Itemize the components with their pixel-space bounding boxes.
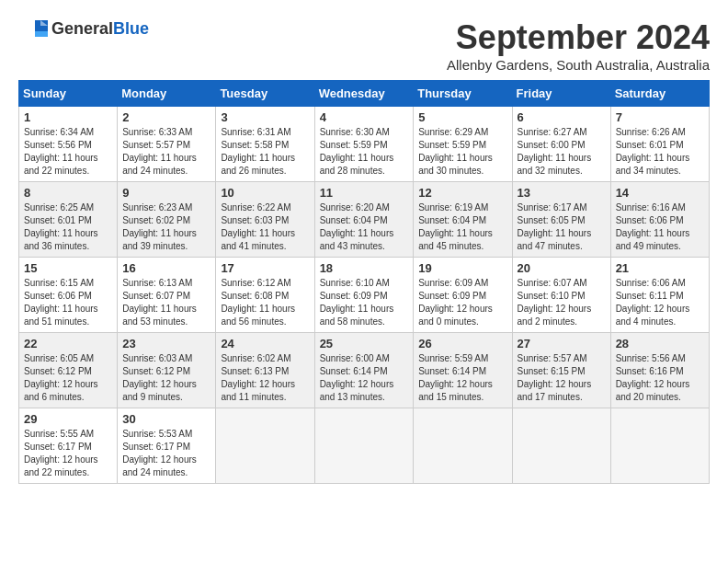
table-row: 7Sunrise: 6:26 AMSunset: 6:01 PMDaylight… [610, 107, 709, 182]
table-row: 15Sunrise: 6:15 AMSunset: 6:06 PMDayligh… [19, 258, 118, 333]
table-row: 25Sunrise: 6:00 AMSunset: 6:14 PMDayligh… [314, 333, 414, 408]
day-info: Sunrise: 5:53 AMSunset: 6:17 PMDaylight:… [122, 428, 210, 479]
day-number: 26 [418, 337, 506, 350]
day-info: Sunrise: 6:30 AMSunset: 5:59 PMDaylight:… [320, 126, 409, 178]
day-number: 6 [518, 110, 606, 124]
day-number: 13 [518, 186, 606, 200]
table-row: 8Sunrise: 6:25 AMSunset: 6:01 PMDaylight… [19, 182, 118, 258]
day-info: Sunrise: 6:20 AMSunset: 6:04 PMDaylight:… [320, 201, 409, 253]
day-info: Sunrise: 5:56 AMSunset: 6:16 PMDaylight:… [616, 352, 704, 404]
day-info: Sunrise: 6:19 AMSunset: 6:04 PMDaylight:… [418, 201, 506, 253]
day-info: Sunrise: 6:25 AMSunset: 6:01 PMDaylight:… [24, 201, 112, 253]
col-monday: Monday [118, 81, 216, 107]
subtitle: Allenby Gardens, South Australia, Austra… [447, 57, 710, 73]
day-info: Sunrise: 6:27 AMSunset: 6:00 PMDaylight:… [518, 126, 606, 178]
col-sunday: Sunday [19, 81, 118, 107]
table-row: 30Sunrise: 5:53 AMSunset: 6:17 PMDayligh… [118, 408, 216, 484]
calendar-table: Sunday Monday Tuesday Wednesday Thursday… [18, 80, 710, 484]
calendar-week-row: 22Sunrise: 6:05 AMSunset: 6:12 PMDayligh… [19, 333, 710, 408]
day-number: 4 [320, 110, 409, 124]
table-row [216, 408, 314, 484]
table-row: 19Sunrise: 6:09 AMSunset: 6:09 PMDayligh… [414, 258, 512, 333]
day-number: 14 [616, 186, 704, 200]
logo-blue: Blue [113, 19, 149, 38]
calendar-week-row: 8Sunrise: 6:25 AMSunset: 6:01 PMDaylight… [19, 182, 710, 258]
table-row [414, 408, 512, 484]
table-row: 22Sunrise: 6:05 AMSunset: 6:12 PMDayligh… [19, 333, 118, 408]
day-info: Sunrise: 6:05 AMSunset: 6:12 PMDaylight:… [24, 352, 112, 404]
day-number: 25 [320, 337, 409, 350]
day-info: Sunrise: 6:09 AMSunset: 6:09 PMDaylight:… [418, 277, 506, 328]
day-number: 8 [24, 186, 112, 200]
table-row: 10Sunrise: 6:22 AMSunset: 6:03 PMDayligh… [216, 182, 314, 258]
day-info: Sunrise: 6:15 AMSunset: 6:06 PMDaylight:… [24, 277, 112, 328]
col-thursday: Thursday [414, 81, 512, 107]
col-wednesday: Wednesday [314, 81, 414, 107]
table-row: 16Sunrise: 6:13 AMSunset: 6:07 PMDayligh… [118, 258, 216, 333]
day-info: Sunrise: 6:29 AMSunset: 5:59 PMDaylight:… [418, 126, 506, 178]
calendar-week-row: 15Sunrise: 6:15 AMSunset: 6:06 PMDayligh… [19, 258, 710, 333]
day-info: Sunrise: 6:06 AMSunset: 6:11 PMDaylight:… [616, 277, 704, 328]
day-number: 23 [122, 337, 210, 350]
calendar-header-row: Sunday Monday Tuesday Wednesday Thursday… [19, 81, 710, 107]
day-info: Sunrise: 6:12 AMSunset: 6:08 PMDaylight:… [221, 277, 309, 328]
day-number: 3 [221, 110, 309, 124]
month-title: September 2024 [447, 18, 710, 57]
col-tuesday: Tuesday [216, 81, 314, 107]
day-number: 9 [122, 186, 210, 200]
day-info: Sunrise: 6:10 AMSunset: 6:09 PMDaylight:… [320, 277, 409, 328]
table-row: 26Sunrise: 5:59 AMSunset: 6:14 PMDayligh… [414, 333, 512, 408]
table-row: 1Sunrise: 6:34 AMSunset: 5:56 PMDaylight… [19, 107, 118, 182]
day-info: Sunrise: 6:23 AMSunset: 6:02 PMDaylight:… [122, 201, 210, 253]
calendar-week-row: 29Sunrise: 5:55 AMSunset: 6:17 PMDayligh… [19, 408, 710, 484]
day-info: Sunrise: 6:17 AMSunset: 6:05 PMDaylight:… [518, 201, 606, 253]
day-number: 10 [221, 186, 309, 200]
day-number: 16 [122, 261, 210, 275]
table-row: 12Sunrise: 6:19 AMSunset: 6:04 PMDayligh… [414, 182, 512, 258]
table-row: 4Sunrise: 6:30 AMSunset: 5:59 PMDaylight… [314, 107, 414, 182]
day-number: 24 [221, 337, 309, 350]
day-info: Sunrise: 6:00 AMSunset: 6:14 PMDaylight:… [320, 352, 409, 404]
table-row [512, 408, 610, 484]
day-info: Sunrise: 5:55 AMSunset: 6:17 PMDaylight:… [24, 428, 112, 479]
day-number: 17 [221, 261, 309, 275]
day-info: Sunrise: 6:02 AMSunset: 6:13 PMDaylight:… [221, 352, 309, 404]
day-info: Sunrise: 6:13 AMSunset: 6:07 PMDaylight:… [122, 277, 210, 328]
day-number: 5 [418, 110, 506, 124]
day-number: 28 [616, 337, 704, 350]
logo-general: General [51, 19, 113, 38]
table-row: 11Sunrise: 6:20 AMSunset: 6:04 PMDayligh… [314, 182, 414, 258]
day-number: 19 [418, 261, 506, 275]
logo: GeneralBlue [18, 18, 149, 39]
day-number: 7 [616, 110, 704, 124]
col-saturday: Saturday [610, 81, 709, 107]
table-row: 6Sunrise: 6:27 AMSunset: 6:00 PMDaylight… [512, 107, 610, 182]
svg-marker-1 [35, 31, 48, 37]
day-info: Sunrise: 6:34 AMSunset: 5:56 PMDaylight:… [24, 126, 112, 178]
col-friday: Friday [512, 81, 610, 107]
table-row: 18Sunrise: 6:10 AMSunset: 6:09 PMDayligh… [314, 258, 414, 333]
table-row: 5Sunrise: 6:29 AMSunset: 5:59 PMDaylight… [414, 107, 512, 182]
day-info: Sunrise: 6:16 AMSunset: 6:06 PMDaylight:… [616, 201, 704, 253]
day-number: 1 [24, 110, 112, 124]
day-number: 27 [518, 337, 606, 350]
table-row [610, 408, 709, 484]
table-row: 9Sunrise: 6:23 AMSunset: 6:02 PMDaylight… [118, 182, 216, 258]
day-info: Sunrise: 6:31 AMSunset: 5:58 PMDaylight:… [221, 126, 309, 178]
day-info: Sunrise: 5:59 AMSunset: 6:14 PMDaylight:… [418, 352, 506, 404]
day-info: Sunrise: 6:03 AMSunset: 6:12 PMDaylight:… [122, 352, 210, 404]
table-row: 21Sunrise: 6:06 AMSunset: 6:11 PMDayligh… [610, 258, 709, 333]
day-info: Sunrise: 6:22 AMSunset: 6:03 PMDaylight:… [221, 201, 309, 253]
day-number: 18 [320, 261, 409, 275]
calendar-week-row: 1Sunrise: 6:34 AMSunset: 5:56 PMDaylight… [19, 107, 710, 182]
day-number: 21 [616, 261, 704, 275]
page-header: GeneralBlue September 2024 Allenby Garde… [18, 18, 710, 73]
day-number: 12 [418, 186, 506, 200]
table-row: 2Sunrise: 6:33 AMSunset: 5:57 PMDaylight… [118, 107, 216, 182]
day-number: 29 [24, 412, 112, 426]
title-area: September 2024 Allenby Gardens, South Au… [447, 18, 710, 73]
day-number: 11 [320, 186, 409, 200]
day-number: 30 [122, 412, 210, 426]
day-info: Sunrise: 6:33 AMSunset: 5:57 PMDaylight:… [122, 126, 210, 178]
table-row: 29Sunrise: 5:55 AMSunset: 6:17 PMDayligh… [19, 408, 118, 484]
